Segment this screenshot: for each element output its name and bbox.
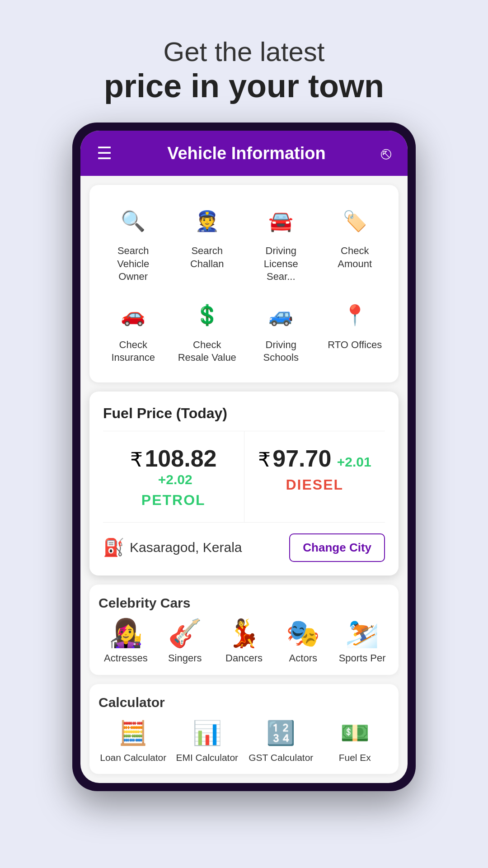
calc-item-fuel[interactable]: 💵 Fuel Ex	[320, 719, 390, 763]
hero-section: Get the latest price in your town	[86, 0, 402, 123]
fuel-expense-icon: 💵	[340, 719, 370, 747]
city-name: Kasaragod, Kerala	[130, 540, 242, 555]
dancers-label: Dancers	[225, 652, 263, 664]
search-vehicle-owner-icon: 🔍	[115, 203, 151, 239]
fuel-price-card: Fuel Price (Today) ₹ 108.82 +2.02 PETROL…	[89, 392, 399, 576]
petrol-label: PETROL	[112, 492, 235, 509]
actors-icon: 🎭	[286, 620, 320, 647]
actresses-icon: 👩‍🎤	[109, 620, 143, 647]
hero-line1: Get the latest	[104, 36, 384, 67]
petrol-amount: 108.82	[145, 445, 216, 472]
grid-item-check-resale[interactable]: 💲 Check Resale Value	[173, 292, 242, 369]
celebrity-section: Celebrity Cars 👩‍🎤 Actresses 🎸 Singers 💃…	[89, 585, 399, 675]
fuel-prices-row: ₹ 108.82 +2.02 PETROL ₹ 97.70 +2.01 DIES…	[103, 431, 385, 523]
calc-item-emi[interactable]: 📊 EMI Calculator	[173, 719, 242, 763]
change-city-button[interactable]: Change City	[289, 533, 385, 562]
fuel-drop-icon: ⛽	[103, 538, 124, 557]
driving-schools-label: Driving Schools	[251, 339, 311, 364]
check-insurance-label: Check Insurance	[103, 339, 164, 364]
search-vehicle-owner-label: Search Vehicle Owner	[103, 245, 164, 283]
rto-offices-icon: 📍	[337, 297, 373, 333]
petrol-amount-row: ₹ 108.82 +2.02	[112, 445, 235, 487]
singers-icon: 🎸	[168, 620, 202, 647]
emi-calculator-label: EMI Calculator	[176, 752, 238, 763]
gst-calculator-icon: 🔢	[266, 719, 296, 747]
hamburger-icon[interactable]: ☰	[97, 143, 112, 163]
emi-calculator-icon: 📊	[192, 719, 222, 747]
grid-item-check-insurance[interactable]: 🚗 Check Insurance	[99, 292, 168, 369]
phone-screen: ☰ Vehicle Information ⎋ 🔍 Search Vehicle…	[80, 131, 408, 783]
city-row: ⛽ Kasaragod, Kerala Change City	[103, 533, 385, 562]
search-challan-label: Search Challan	[177, 245, 238, 270]
share-icon[interactable]: ⎋	[381, 144, 391, 163]
hero-line2: price in your town	[104, 67, 384, 104]
loan-calculator-label: Loan Calculator	[100, 752, 166, 763]
diesel-amount-row: ₹ 97.70 +2.01	[253, 445, 376, 472]
driving-license-icon: 🚘	[263, 203, 299, 239]
grid-item-search-vehicle-owner[interactable]: 🔍 Search Vehicle Owner	[99, 198, 168, 288]
grid-item-check-amount[interactable]: 🏷️ Check Amount	[320, 198, 390, 288]
loan-calculator-icon: 🧮	[118, 719, 148, 747]
grid-item-rto-offices[interactable]: 📍 RTO Offices	[320, 292, 390, 369]
dancers-icon: 💃	[227, 620, 261, 647]
city-info: ⛽ Kasaragod, Kerala	[103, 538, 242, 557]
calculator-section-title: Calculator	[99, 695, 389, 710]
celebrity-item-dancers[interactable]: 💃 Dancers	[217, 620, 272, 664]
phone-frame: ☰ Vehicle Information ⎋ 🔍 Search Vehicle…	[72, 123, 416, 791]
celebrity-item-actors[interactable]: 🎭 Actors	[276, 620, 330, 664]
check-insurance-icon: 🚗	[115, 297, 151, 333]
vehicle-grid-row1: 🔍 Search Vehicle Owner 👮 Search Challan …	[99, 198, 389, 369]
check-resale-icon: 💲	[189, 297, 225, 333]
driving-schools-icon: 🚙	[263, 297, 299, 333]
sports-label: Sports Per	[339, 652, 386, 664]
singers-label: Singers	[168, 652, 202, 664]
diesel-amount: 97.70	[272, 445, 331, 472]
petrol-price-item: ₹ 108.82 +2.02 PETROL	[103, 431, 244, 522]
calc-item-loan[interactable]: 🧮 Loan Calculator	[99, 719, 168, 763]
fuel-expense-label: Fuel Ex	[339, 752, 371, 763]
calculator-grid: 🧮 Loan Calculator 📊 EMI Calculator 🔢 GST…	[99, 719, 389, 763]
gst-calculator-label: GST Calculator	[249, 752, 313, 763]
driving-license-label: Driving License Sear...	[251, 245, 311, 283]
check-amount-icon: 🏷️	[337, 203, 373, 239]
diesel-label: DIESEL	[253, 476, 376, 493]
rto-offices-label: RTO Offices	[328, 339, 382, 352]
check-resale-label: Check Resale Value	[177, 339, 238, 364]
app-bar: ☰ Vehicle Information ⎋	[80, 131, 408, 176]
celebrity-item-sports[interactable]: ⛷️ Sports Per	[335, 620, 389, 664]
celebrity-item-actresses[interactable]: 👩‍🎤 Actresses	[99, 620, 153, 664]
actresses-label: Actresses	[104, 652, 148, 664]
fuel-price-title: Fuel Price (Today)	[103, 405, 385, 422]
sports-icon: ⛷️	[345, 620, 379, 647]
celebrity-section-title: Celebrity Cars	[99, 595, 389, 611]
vehicle-card: 🔍 Search Vehicle Owner 👮 Search Challan …	[89, 185, 399, 382]
diesel-price-item: ₹ 97.70 +2.01 DIESEL	[244, 431, 385, 522]
calculator-section: Calculator 🧮 Loan Calculator 📊 EMI Calcu…	[89, 684, 399, 774]
calc-item-gst[interactable]: 🔢 GST Calculator	[246, 719, 316, 763]
petrol-rupee-symbol: ₹	[130, 448, 143, 471]
diesel-change: +2.01	[337, 454, 371, 469]
celebrity-item-singers[interactable]: 🎸 Singers	[158, 620, 212, 664]
celebrity-grid: 👩‍🎤 Actresses 🎸 Singers 💃 Dancers 🎭 Acto…	[99, 620, 389, 664]
grid-item-driving-license[interactable]: 🚘 Driving License Sear...	[246, 198, 316, 288]
check-amount-label: Check Amount	[325, 245, 385, 270]
grid-item-driving-schools[interactable]: 🚙 Driving Schools	[246, 292, 316, 369]
actors-label: Actors	[289, 652, 317, 664]
app-bar-title: Vehicle Information	[167, 144, 326, 163]
search-challan-icon: 👮	[189, 203, 225, 239]
petrol-change: +2.02	[158, 472, 192, 487]
diesel-rupee-symbol: ₹	[258, 448, 271, 471]
grid-item-search-challan[interactable]: 👮 Search Challan	[173, 198, 242, 288]
